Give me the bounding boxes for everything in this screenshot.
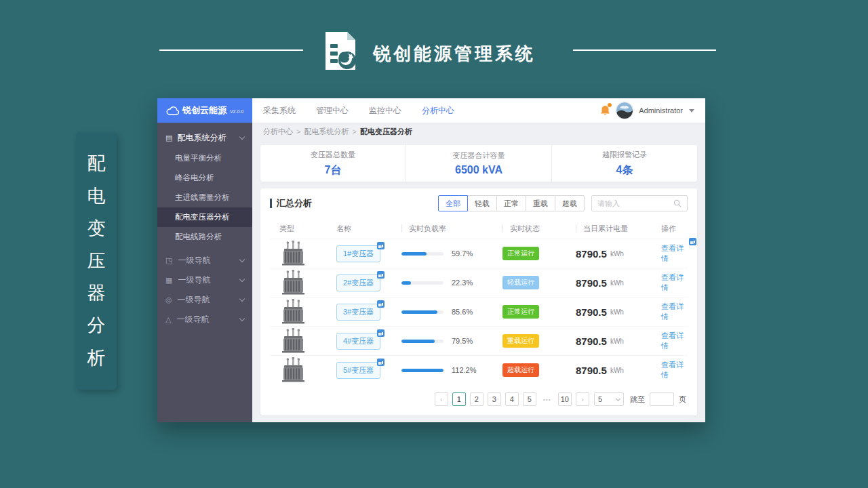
filter-button[interactable]: 正常	[496, 195, 526, 211]
view-details-link[interactable]: 查看详情	[661, 302, 688, 322]
cell-action: 查看详情	[653, 360, 688, 380]
top-nav-item[interactable]: 监控中心	[369, 105, 401, 117]
banner-char: 压	[87, 252, 106, 270]
sidebar-submenu-item[interactable]: 峰谷电分析	[157, 168, 252, 188]
view-details-link[interactable]: 查看详情	[661, 360, 688, 380]
pagination-button[interactable]: 2	[470, 392, 484, 406]
energy-value: 8790.5	[576, 277, 607, 289]
cell-load: 79.5%	[395, 337, 497, 345]
filter-button[interactable]: 重载	[526, 195, 555, 211]
avatar[interactable]	[616, 102, 633, 119]
notification-bell-icon[interactable]	[600, 105, 610, 116]
stat-item: 越限报警记录 4条	[551, 145, 697, 182]
transformer-name-tag[interactable]: 5#变压器	[336, 362, 380, 379]
banner-char: 分	[87, 317, 106, 335]
pagination-button[interactable]: ‹	[435, 392, 448, 406]
energy-value: 8790.5	[576, 306, 607, 318]
top-nav-item[interactable]: 采集系统	[263, 105, 296, 117]
submenu-label: 峰谷电分析	[175, 173, 214, 183]
cell-type	[270, 270, 331, 296]
pagination-button[interactable]: •••	[540, 392, 554, 406]
top-nav-item[interactable]: 分析中心	[422, 105, 454, 117]
sidebar-submenu-item[interactable]: 电量平衡分析	[157, 148, 252, 168]
cell-action: 查看详情	[653, 331, 688, 351]
view-details-label: 查看详情	[661, 331, 684, 350]
filter-button[interactable]: 全部	[438, 195, 468, 211]
banner-char: 变	[87, 220, 106, 238]
table-row: 5#变压器 112.2% 超载运行	[270, 355, 688, 384]
pagination-button[interactable]: 3	[488, 392, 501, 406]
table-header-cell: 当日累计电量	[570, 224, 653, 234]
sidebar-submenu-item[interactable]: 配电变压器分析	[157, 207, 252, 227]
load-percent: 85.6%	[452, 308, 473, 316]
load-percent: 79.5%	[452, 337, 473, 345]
cell-name: 2#变压器	[331, 274, 395, 291]
cell-name: 3#变压器	[331, 304, 395, 321]
load-progress-fill	[401, 281, 411, 285]
filter-button[interactable]: 轻载	[467, 195, 497, 211]
sidebar-submenu-item[interactable]: 配电线路分析	[157, 227, 252, 247]
sidebar-submenu-item[interactable]: 主进线需量分析	[157, 188, 252, 207]
view-details-link[interactable]: 查看详情	[661, 243, 688, 264]
pagination-button[interactable]: 5	[523, 392, 536, 406]
breadcrumb-item: 配电变压器分析	[360, 127, 419, 137]
search-input[interactable]	[597, 199, 673, 207]
transformer-name: 4#变压器	[343, 337, 374, 345]
pagination-button[interactable]: 4	[505, 392, 519, 406]
load-progress-track	[401, 281, 443, 285]
cell-name: 4#变压器	[331, 333, 395, 350]
breadcrumb-label[interactable]: 配电系统分析	[304, 127, 349, 137]
breadcrumb-label[interactable]: 配电变压器分析	[360, 127, 412, 137]
summary-panel: 汇总分析 全部 轻载 正常 重载 超载	[260, 188, 697, 415]
view-details-link[interactable]: 查看详情	[661, 272, 688, 293]
stat-item: 变压器总数量 7台	[260, 145, 406, 182]
stat-value: 7台	[325, 163, 342, 178]
breadcrumb-label[interactable]: 分析中心	[263, 127, 293, 137]
sidebar-item-nav-group[interactable]: △ 一级导航	[157, 310, 252, 329]
table-header-label: 操作	[661, 224, 676, 234]
pagination-button[interactable]: 1	[452, 392, 466, 406]
transformer-name-tag[interactable]: 3#变压器	[336, 304, 380, 321]
transformer-name-tag[interactable]: 4#变压器	[336, 333, 380, 350]
sidebar-item-nav-group[interactable]: ▦ 一级导航	[157, 270, 252, 290]
table-header-label: 名称	[336, 224, 351, 234]
view-details-label: 查看详情	[661, 302, 684, 321]
cell-name: 5#变压器	[331, 362, 395, 379]
transformer-image	[279, 328, 307, 354]
table-header-label: 当日累计电量	[583, 224, 628, 234]
cell-type	[270, 357, 331, 383]
jump-page-input[interactable]	[650, 392, 674, 406]
cell-type	[270, 328, 331, 354]
energy-value: 8790.5	[576, 365, 607, 376]
sidebar-item-nav-group[interactable]: ◎ 一级导航	[157, 290, 252, 310]
search-icon[interactable]	[673, 199, 682, 207]
top-navbar: 采集系统 管理中心 监控中心 分析中心	[252, 98, 705, 123]
mini-chart-badge-icon	[377, 300, 384, 308]
transformer-name-tag[interactable]: 1#变压器	[336, 245, 380, 262]
pagination-button[interactable]: ›	[576, 392, 589, 406]
transformer-name-tag[interactable]: 2#变压器	[336, 274, 380, 291]
load-progress-fill	[401, 340, 435, 343]
sidebar-item-power-distribution-analysis[interactable]: ▤ 配电系统分析	[157, 127, 252, 148]
filter-button[interactable]: 超载	[555, 195, 585, 211]
mini-chart-badge-icon	[377, 242, 384, 249]
top-nav-item[interactable]: 管理中心	[316, 105, 349, 117]
pagination-button[interactable]: 10	[558, 392, 572, 406]
header-divider-left	[159, 49, 303, 51]
sidebar-item-nav-group[interactable]: ◳ 一级导航	[157, 251, 252, 270]
stat-label: 变压器总数量	[311, 150, 355, 160]
sidebar-submenu: 电量平衡分析 峰谷电分析 主进线需量分析 配电变压器分析 配电线路分析	[157, 148, 252, 247]
search-box[interactable]	[591, 195, 688, 211]
mini-chart-badge-icon	[377, 271, 384, 279]
view-details-link[interactable]: 查看详情	[661, 331, 688, 351]
table-row: 2#变压器 22.3% 轻载运行	[270, 268, 688, 297]
chevron-down-icon[interactable]	[689, 109, 694, 115]
page-size-select[interactable]: 5	[594, 392, 624, 406]
cloud-icon	[166, 106, 179, 115]
table-row: 1#变压器 59.7% 正常运行	[270, 239, 688, 268]
stat-value: 6500 kVA	[455, 164, 502, 176]
table-row: 3#变压器 85.6% 正常运行	[270, 297, 688, 326]
chevron-down-icon	[616, 396, 620, 401]
nav-group-label: 一级导航	[176, 314, 209, 325]
pagination-bar: ‹ 1 2 3 4 5 ••• 10	[270, 384, 688, 410]
